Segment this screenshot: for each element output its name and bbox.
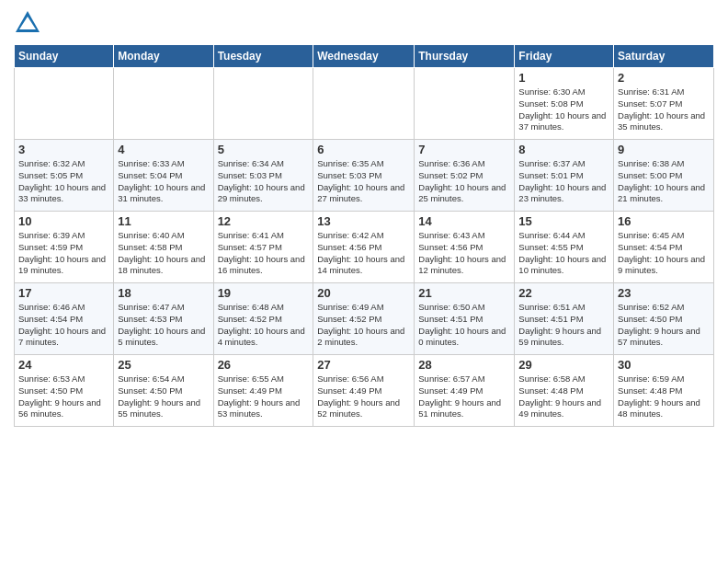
day-number: 21 <box>418 286 510 300</box>
day-number: 29 <box>518 358 609 372</box>
weekday-header: Friday <box>515 45 614 68</box>
weekday-header: Wednesday <box>313 45 415 68</box>
calendar-cell: 6Sunrise: 6:35 AM Sunset: 5:03 PM Daylig… <box>313 140 415 212</box>
calendar-cell: 22Sunrise: 6:51 AM Sunset: 4:51 PM Dayli… <box>515 283 614 355</box>
day-info: Sunrise: 6:41 AM Sunset: 4:57 PM Dayligh… <box>218 230 310 277</box>
calendar-cell: 11Sunrise: 6:40 AM Sunset: 4:58 PM Dayli… <box>114 212 213 283</box>
calendar-cell: 29Sunrise: 6:58 AM Sunset: 4:48 PM Dayli… <box>515 355 614 427</box>
calendar-cell <box>313 68 415 140</box>
weekday-header: Tuesday <box>213 45 313 68</box>
day-info: Sunrise: 6:48 AM Sunset: 4:52 PM Dayligh… <box>218 302 310 349</box>
day-number: 16 <box>618 214 710 228</box>
calendar-cell: 30Sunrise: 6:59 AM Sunset: 4:48 PM Dayli… <box>614 355 714 427</box>
day-info: Sunrise: 6:52 AM Sunset: 4:50 PM Dayligh… <box>618 302 710 349</box>
day-info: Sunrise: 6:55 AM Sunset: 4:49 PM Dayligh… <box>218 373 310 420</box>
calendar-week-row: 24Sunrise: 6:53 AM Sunset: 4:50 PM Dayli… <box>15 355 714 427</box>
day-number: 19 <box>218 286 310 300</box>
day-info: Sunrise: 6:58 AM Sunset: 4:48 PM Dayligh… <box>518 373 609 420</box>
day-number: 28 <box>418 358 510 372</box>
day-number: 11 <box>118 214 209 228</box>
day-info: Sunrise: 6:38 AM Sunset: 5:00 PM Dayligh… <box>618 158 710 205</box>
calendar-cell: 23Sunrise: 6:52 AM Sunset: 4:50 PM Dayli… <box>614 283 714 355</box>
calendar-cell: 18Sunrise: 6:47 AM Sunset: 4:53 PM Dayli… <box>114 283 213 355</box>
day-info: Sunrise: 6:51 AM Sunset: 4:51 PM Dayligh… <box>518 302 609 349</box>
day-info: Sunrise: 6:59 AM Sunset: 4:48 PM Dayligh… <box>618 373 710 420</box>
calendar-cell: 25Sunrise: 6:54 AM Sunset: 4:50 PM Dayli… <box>114 355 213 427</box>
weekday-header: Sunday <box>15 45 114 68</box>
day-info: Sunrise: 6:44 AM Sunset: 4:55 PM Dayligh… <box>518 230 609 277</box>
day-info: Sunrise: 6:46 AM Sunset: 4:54 PM Dayligh… <box>18 302 109 349</box>
day-info: Sunrise: 6:54 AM Sunset: 4:50 PM Dayligh… <box>118 373 209 420</box>
calendar-cell: 9Sunrise: 6:38 AM Sunset: 5:00 PM Daylig… <box>614 140 714 212</box>
day-info: Sunrise: 6:45 AM Sunset: 4:54 PM Dayligh… <box>618 230 710 277</box>
day-number: 27 <box>317 358 410 372</box>
day-number: 24 <box>18 358 109 372</box>
calendar-cell: 2Sunrise: 6:31 AM Sunset: 5:07 PM Daylig… <box>614 68 714 140</box>
day-number: 6 <box>317 143 410 156</box>
day-info: Sunrise: 6:33 AM Sunset: 5:04 PM Dayligh… <box>118 158 209 205</box>
day-number: 22 <box>518 286 609 300</box>
calendar-week-row: 17Sunrise: 6:46 AM Sunset: 4:54 PM Dayli… <box>15 283 714 355</box>
calendar-cell <box>114 68 213 140</box>
day-number: 25 <box>118 358 209 372</box>
calendar-cell: 12Sunrise: 6:41 AM Sunset: 4:57 PM Dayli… <box>213 212 313 283</box>
weekday-header: Thursday <box>415 45 515 68</box>
day-info: Sunrise: 6:31 AM Sunset: 5:07 PM Dayligh… <box>618 86 710 133</box>
calendar-cell: 24Sunrise: 6:53 AM Sunset: 4:50 PM Dayli… <box>15 355 114 427</box>
weekday-header-row: SundayMondayTuesdayWednesdayThursdayFrid… <box>15 45 714 68</box>
day-number: 8 <box>518 143 609 156</box>
weekday-header: Saturday <box>614 45 714 68</box>
calendar-cell: 28Sunrise: 6:57 AM Sunset: 4:49 PM Dayli… <box>415 355 515 427</box>
day-info: Sunrise: 6:57 AM Sunset: 4:49 PM Dayligh… <box>418 373 510 420</box>
day-number: 5 <box>218 143 310 156</box>
day-number: 9 <box>618 143 710 156</box>
calendar-cell: 19Sunrise: 6:48 AM Sunset: 4:52 PM Dayli… <box>213 283 313 355</box>
day-number: 12 <box>218 214 310 228</box>
calendar-cell: 8Sunrise: 6:37 AM Sunset: 5:01 PM Daylig… <box>515 140 614 212</box>
day-number: 23 <box>618 286 710 300</box>
calendar-cell: 17Sunrise: 6:46 AM Sunset: 4:54 PM Dayli… <box>15 283 114 355</box>
calendar-cell: 20Sunrise: 6:49 AM Sunset: 4:52 PM Dayli… <box>313 283 415 355</box>
calendar-cell: 14Sunrise: 6:43 AM Sunset: 4:56 PM Dayli… <box>415 212 515 283</box>
day-info: Sunrise: 6:34 AM Sunset: 5:03 PM Dayligh… <box>218 158 310 205</box>
day-number: 30 <box>618 358 710 372</box>
calendar-cell: 10Sunrise: 6:39 AM Sunset: 4:59 PM Dayli… <box>15 212 114 283</box>
day-number: 7 <box>418 143 510 156</box>
calendar-cell: 4Sunrise: 6:33 AM Sunset: 5:04 PM Daylig… <box>114 140 213 212</box>
calendar-cell: 3Sunrise: 6:32 AM Sunset: 5:05 PM Daylig… <box>15 140 114 212</box>
calendar-cell: 13Sunrise: 6:42 AM Sunset: 4:56 PM Dayli… <box>313 212 415 283</box>
calendar-cell: 15Sunrise: 6:44 AM Sunset: 4:55 PM Dayli… <box>515 212 614 283</box>
day-info: Sunrise: 6:30 AM Sunset: 5:08 PM Dayligh… <box>518 86 609 133</box>
day-number: 4 <box>118 143 209 156</box>
day-info: Sunrise: 6:39 AM Sunset: 4:59 PM Dayligh… <box>18 230 109 277</box>
day-number: 15 <box>518 214 609 228</box>
day-info: Sunrise: 6:49 AM Sunset: 4:52 PM Dayligh… <box>317 302 410 349</box>
calendar-week-row: 3Sunrise: 6:32 AM Sunset: 5:05 PM Daylig… <box>15 140 714 212</box>
day-number: 17 <box>18 286 109 300</box>
day-number: 2 <box>618 71 710 85</box>
calendar-cell: 7Sunrise: 6:36 AM Sunset: 5:02 PM Daylig… <box>415 140 515 212</box>
calendar-cell: 5Sunrise: 6:34 AM Sunset: 5:03 PM Daylig… <box>213 140 313 212</box>
calendar-cell: 27Sunrise: 6:56 AM Sunset: 4:49 PM Dayli… <box>313 355 415 427</box>
page: SundayMondayTuesdayWednesdayThursdayFrid… <box>0 0 728 436</box>
weekday-header: Monday <box>114 45 213 68</box>
day-info: Sunrise: 6:40 AM Sunset: 4:58 PM Dayligh… <box>118 230 209 277</box>
day-info: Sunrise: 6:53 AM Sunset: 4:50 PM Dayligh… <box>18 373 109 420</box>
calendar-cell <box>213 68 313 140</box>
calendar-week-row: 10Sunrise: 6:39 AM Sunset: 4:59 PM Dayli… <box>15 212 714 283</box>
day-number: 13 <box>317 214 410 228</box>
day-number: 14 <box>418 214 510 228</box>
logo-icon <box>14 9 41 37</box>
header <box>14 9 714 37</box>
day-info: Sunrise: 6:47 AM Sunset: 4:53 PM Dayligh… <box>118 302 209 349</box>
day-number: 18 <box>118 286 209 300</box>
calendar-cell <box>415 68 515 140</box>
calendar-week-row: 1Sunrise: 6:30 AM Sunset: 5:08 PM Daylig… <box>15 68 714 140</box>
day-number: 1 <box>518 71 609 85</box>
calendar-cell: 16Sunrise: 6:45 AM Sunset: 4:54 PM Dayli… <box>614 212 714 283</box>
day-number: 26 <box>218 358 310 372</box>
day-number: 20 <box>317 286 410 300</box>
day-info: Sunrise: 6:32 AM Sunset: 5:05 PM Dayligh… <box>18 158 109 205</box>
day-info: Sunrise: 6:35 AM Sunset: 5:03 PM Dayligh… <box>317 158 410 205</box>
calendar: SundayMondayTuesdayWednesdayThursdayFrid… <box>14 44 714 427</box>
